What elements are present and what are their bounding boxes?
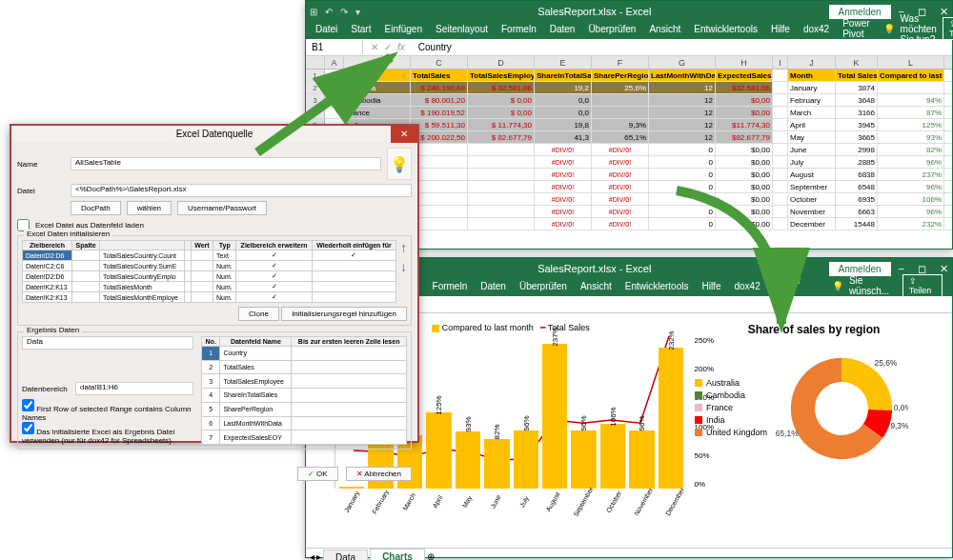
init-rules-table[interactable]: ZielbereichSpalteWertTypZielbereich erwe… — [22, 240, 396, 303]
chart-bar: 93% — [456, 431, 480, 489]
add-init-rule-button[interactable]: Initialisierungsregel hinzufügen — [281, 307, 407, 321]
window-title: SalesReport.xlsx - Excel — [360, 6, 829, 17]
sheet-tab-data[interactable]: Data — [323, 550, 368, 561]
excel-datasource-dialog: Excel Datenquelle ✕ Name AllSalesTable 💡… — [10, 124, 419, 443]
donut-chart[interactable]: Share of sales by region AustraliaCambod… — [695, 323, 933, 523]
share-button[interactable]: ⇪ Teilen — [902, 274, 943, 297]
chart-bar: 96% — [571, 430, 596, 489]
lightbulb-icon: 💡 — [883, 24, 895, 34]
formula-input[interactable] — [413, 303, 952, 307]
tab-ansicht[interactable]: Ansicht — [649, 24, 680, 34]
tab-nav-icon[interactable]: ▸ — [316, 551, 321, 560]
table-row[interactable]: 4 France $ 190.019,52 $ 0,00 0,0 12 $0,0… — [306, 107, 952, 119]
formula-bar: B1 ✕✓fx Country — [306, 39, 952, 56]
docpath-button[interactable]: DocPath — [71, 201, 121, 215]
browse-button[interactable]: wählen — [127, 201, 172, 215]
sheet-tabs[interactable]: ◂▸ Data Charts ⊕ — [306, 548, 952, 560]
sheet-tab-charts[interactable]: Charts — [370, 549, 425, 560]
donut-svg: 25,6%0,0%9,3%65,1% — [775, 342, 908, 475]
tab-powerpivot[interactable]: Power Pivot — [842, 18, 869, 39]
name-box[interactable]: B1 — [306, 40, 363, 54]
ribbon-tabs[interactable]: Datei Start Einfügen Seitenlayout Formel… — [306, 22, 952, 39]
result-fields-table[interactable]: No.Datenfeld NameBis zur ersten leeren Z… — [201, 336, 407, 445]
tab-formeln[interactable]: Formeln — [501, 24, 537, 34]
chart-bar: 125% — [426, 412, 451, 489]
clone-button[interactable]: Clone — [238, 307, 279, 321]
chart-bar: 232% — [659, 348, 683, 489]
init-data-section: Excel Daten initialisieren ZielbereichSp… — [17, 235, 412, 326]
tab-ueberpruefen[interactable]: Überprüfen — [588, 24, 636, 34]
lightbulb-icon: 💡 — [387, 148, 412, 180]
user-password-button[interactable]: Username/Passwort — [177, 201, 267, 215]
add-sheet-icon[interactable]: ⊕ — [427, 551, 435, 560]
arrow-up-icon: ↑ — [400, 240, 407, 255]
share-button[interactable]: ⇪ Teilen — [943, 17, 953, 40]
formula-input[interactable]: Country — [413, 40, 952, 54]
tab-seitenlayout[interactable]: Seitenlayout — [436, 24, 488, 34]
file-input[interactable]: <%DocPath%>\SalesReport.xlsx — [71, 184, 412, 197]
firstrow-checkbox[interactable] — [22, 399, 34, 411]
svg-text:9,3%: 9,3% — [890, 421, 908, 430]
svg-text:25,6%: 25,6% — [875, 358, 898, 368]
tab-hilfe[interactable]: Hilfe — [771, 24, 790, 34]
range-input[interactable]: data!B1:H6 — [75, 382, 193, 395]
chart-bar: 106% — [600, 424, 625, 489]
window-title: SalesReport.xlsx - Excel — [360, 263, 829, 274]
tab-entwicklertools[interactable]: Entwicklertools — [694, 24, 758, 34]
tab-dox42[interactable]: dox42 — [803, 24, 829, 34]
table-row[interactable]: 2 Australia $ 246.190,69 $ 32.581,06 19,… — [306, 82, 952, 94]
sign-in-button[interactable]: Anmelden — [829, 5, 891, 19]
data-select[interactable]: Data — [22, 336, 193, 350]
chart-title: Share of sales by region — [695, 323, 933, 336]
window-controls[interactable]: −◻✕ — [899, 263, 948, 275]
chart-bar: 237% — [542, 344, 567, 489]
reorder-arrows[interactable]: ↑↓ — [400, 240, 407, 303]
chart-bar: 96% — [629, 430, 654, 489]
donut-legend: AustraliaCambodiaFranceIndiaUnited Kingd… — [695, 378, 767, 440]
ok-button[interactable]: OK — [297, 467, 338, 481]
tab-daten[interactable]: Daten — [550, 24, 576, 34]
result-data-section: Ergebnis Daten Data Datenbereichdata!B1:… — [17, 331, 412, 450]
tab-einfuegen[interactable]: Einfügen — [384, 24, 421, 34]
tab-nav-icon[interactable]: ◂ — [310, 551, 314, 560]
arrow-down-icon: ↓ — [400, 259, 407, 274]
svg-text:65,1%: 65,1% — [776, 429, 799, 438]
table-header-row: 1 Country TotalSales TotalSalesEmployee … — [306, 70, 952, 82]
table-row[interactable]: 3 Cambodia $ 80.001,20 $ 0,00 0,0 12 $0,… — [306, 94, 952, 107]
chart-bar: 96% — [514, 430, 538, 489]
tab-datei[interactable]: Datei — [315, 24, 337, 34]
name-input[interactable]: AllSalesTable — [71, 157, 381, 170]
tab-start[interactable]: Start — [351, 24, 371, 34]
chart-bar: 82% — [484, 439, 509, 489]
cancel-button[interactable]: Abbrechen — [346, 467, 412, 481]
svg-text:0,0%: 0,0% — [894, 403, 908, 412]
chart-bar — [339, 487, 364, 489]
quick-access-toolbar[interactable]: ⊞↶↷▾ — [310, 7, 360, 17]
dialog-title-bar: Excel Datenquelle ✕ — [11, 126, 417, 142]
close-button[interactable]: ✕ — [391, 126, 417, 143]
formula-icons[interactable]: ✕✓fx — [363, 42, 413, 52]
useexcel-checkbox[interactable] — [22, 422, 34, 434]
